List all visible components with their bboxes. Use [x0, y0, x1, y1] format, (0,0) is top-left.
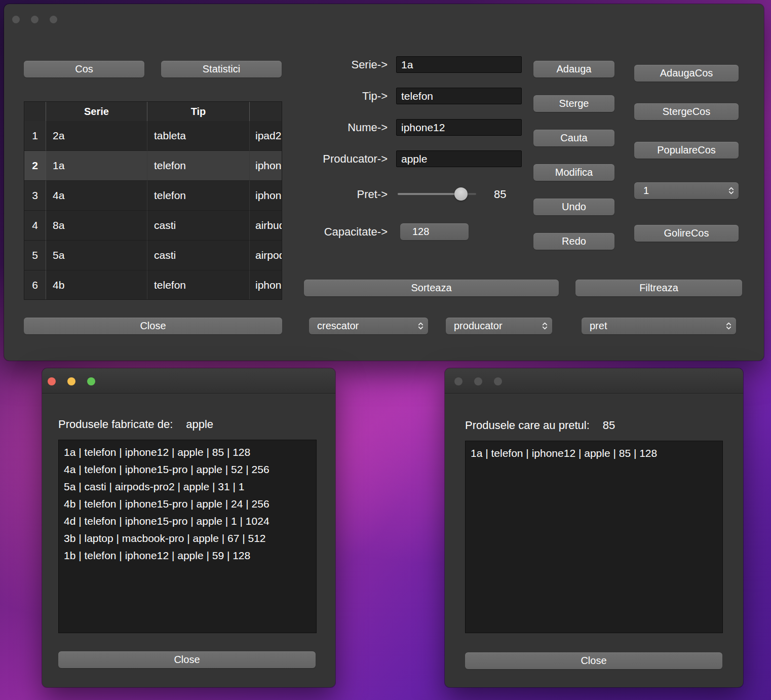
serie-label: Serie-> — [351, 56, 388, 73]
slider-thumb[interactable] — [454, 187, 468, 201]
cell-serie: 1a — [46, 151, 147, 181]
table-row[interactable]: 4 8a casti airbuds — [24, 211, 282, 241]
golire-cos-button[interactable]: GolireCos — [634, 225, 739, 242]
sort-field-select[interactable]: producator — [446, 318, 552, 334]
cell-tip: telefon — [147, 181, 250, 211]
cell-serie: 4a — [46, 181, 147, 211]
sort-field-value: producator — [454, 320, 542, 332]
sort-order-select[interactable]: crescator — [309, 318, 428, 334]
table-header: Serie Tip — [24, 102, 282, 121]
column-header-tip[interactable]: Tip — [147, 102, 250, 121]
zoom-window-icon[interactable] — [87, 377, 95, 385]
tip-input[interactable] — [396, 88, 522, 104]
sterge-button[interactable]: Sterge — [533, 95, 614, 112]
producer-title-value: apple — [186, 418, 213, 431]
cell-nume: ipad2 — [250, 121, 282, 151]
close-button-producer[interactable]: Close — [58, 651, 316, 668]
cell-tip: casti — [147, 211, 250, 241]
capacitate-label: Capacitate-> — [324, 223, 388, 240]
adauga-cos-button[interactable]: AdaugaCos — [634, 65, 739, 82]
close-button-main[interactable]: Close — [24, 318, 282, 334]
chevron-up-down-icon — [417, 321, 424, 331]
zoom-window-icon[interactable] — [494, 377, 502, 385]
close-window-icon[interactable] — [454, 377, 462, 385]
minimize-window-icon[interactable] — [31, 16, 38, 23]
cos-button[interactable]: Cos — [24, 61, 144, 77]
table-row-selected[interactable]: 2 1a telefon iphone12 — [24, 151, 282, 181]
close-window-icon[interactable] — [12, 16, 20, 23]
list-item[interactable]: 4d | telefon | iphone15-pro | apple | 1 … — [64, 513, 311, 530]
table-row[interactable]: 5 5a casti airpods-pro2 — [24, 241, 282, 270]
list-item[interactable]: 3b | laptop | macbook-pro | apple | 67 |… — [64, 530, 311, 547]
cell-tip: casti — [147, 241, 250, 270]
producer-title-label: Produsele fabricate de: — [58, 418, 173, 431]
list-item[interactable]: 1a | telefon | iphone12 | apple | 85 | 1… — [64, 444, 311, 461]
products-table: Serie Tip 1 2a tableta ipad2 2 1a telefo… — [24, 101, 282, 300]
cos-quantity-select[interactable]: 1 — [634, 182, 739, 199]
window-controls — [12, 16, 57, 23]
chevron-up-down-icon — [542, 321, 548, 331]
close-button-price[interactable]: Close — [465, 652, 722, 669]
window-controls — [48, 377, 95, 385]
cell-rownum: 5 — [24, 241, 46, 270]
cell-serie: 5a — [46, 241, 147, 270]
sterge-cos-button[interactable]: StergeCos — [634, 103, 739, 120]
cell-nume: iphone15-pro — [250, 270, 282, 300]
table-row[interactable]: 3 4a telefon iphone15-pro — [24, 181, 282, 211]
cell-tip: telefon — [147, 151, 250, 181]
redo-button[interactable]: Redo — [533, 233, 614, 250]
cell-nume: iphone15-pro — [250, 181, 282, 211]
list-item[interactable]: 1b | telefon | iphone12 | apple | 59 | 1… — [64, 547, 311, 564]
window-controls — [454, 377, 502, 385]
list-item[interactable]: 1a | telefon | iphone12 | apple | 85 | 1… — [471, 445, 717, 462]
sort-order-value: crescator — [317, 320, 417, 332]
cos-quantity-value: 1 — [643, 185, 728, 197]
cell-rownum: 6 — [24, 270, 46, 300]
list-item[interactable]: 5a | casti | airpods-pro2 | apple | 31 |… — [64, 478, 311, 495]
cell-tip: telefon — [147, 270, 250, 300]
capacitate-select[interactable]: 128 — [400, 223, 469, 240]
table-row[interactable]: 6 4b telefon iphone15-pro — [24, 270, 282, 300]
cell-nume: airpods-pro2 — [250, 241, 282, 270]
undo-button[interactable]: Undo — [533, 199, 614, 215]
table-row[interactable]: 1 2a tableta ipad2 — [24, 121, 282, 151]
capacitate-selected-value: 128 — [412, 226, 458, 238]
filtreaza-button[interactable]: Filtreaza — [575, 280, 742, 296]
cell-rownum: 1 — [24, 121, 46, 151]
producator-input[interactable] — [396, 150, 522, 167]
zoom-window-icon[interactable] — [50, 16, 57, 23]
producer-results-window: Produsele fabricate de:apple 1a | telefo… — [42, 368, 335, 687]
pret-value: 85 — [494, 186, 506, 203]
modifica-button[interactable]: Modifica — [533, 164, 614, 181]
minimize-window-icon[interactable] — [474, 377, 482, 385]
statistici-button[interactable]: Statistici — [161, 61, 282, 77]
list-item[interactable]: 4a | telefon | iphone15-pro | apple | 52… — [64, 461, 311, 478]
adauga-button[interactable]: Adauga — [533, 61, 614, 77]
cell-rownum: 3 — [24, 181, 46, 211]
list-item[interactable]: 4b | telefon | iphone15-pro | apple | 24… — [64, 495, 311, 513]
producer-window-title: Produsele fabricate de:apple — [58, 417, 213, 432]
serie-input[interactable] — [396, 56, 522, 73]
nume-input[interactable] — [396, 119, 522, 136]
populare-cos-button[interactable]: PopulareCos — [634, 142, 739, 159]
filter-field-value: pret — [590, 320, 725, 332]
sorteaza-button[interactable]: Sorteaza — [304, 280, 559, 296]
producer-results-list: 1a | telefon | iphone12 | apple | 85 | 1… — [58, 440, 317, 633]
chevron-up-down-icon — [728, 186, 735, 196]
close-window-icon[interactable] — [48, 377, 56, 385]
cell-nume: iphone12 — [250, 151, 282, 181]
minimize-window-icon[interactable] — [67, 377, 75, 385]
slider-fill — [398, 193, 461, 195]
cell-serie: 4b — [46, 270, 147, 300]
cauta-button[interactable]: Cauta — [533, 130, 614, 146]
chevron-up-down-icon — [725, 321, 732, 331]
price-title-value: 85 — [603, 419, 615, 432]
column-header-nume[interactable] — [250, 102, 282, 121]
desktop-background: Cos Statistici Serie Tip 1 2a tableta ip… — [0, 0, 771, 700]
pret-slider[interactable] — [398, 187, 476, 201]
tip-label: Tip-> — [362, 88, 388, 104]
price-results-window: Produsele care au pretul:85 1a | telefon… — [445, 368, 743, 687]
column-header-serie[interactable]: Serie — [46, 102, 147, 121]
filter-field-select[interactable]: pret — [582, 318, 736, 334]
cell-tip: tableta — [147, 121, 250, 151]
